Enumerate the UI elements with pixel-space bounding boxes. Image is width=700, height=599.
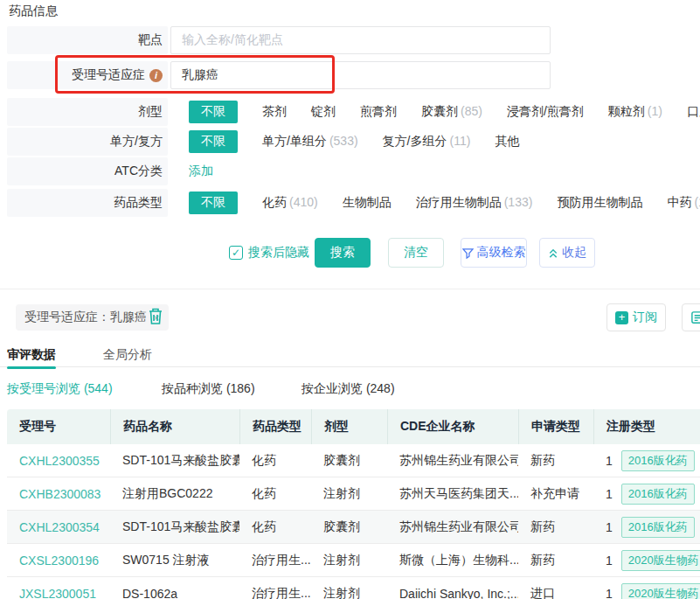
registration-class: 1 — [606, 587, 613, 599]
filter-option-selected[interactable]: 不限 — [189, 101, 238, 123]
indication-field-row: 受理号适应症 i 乳腺癌 — [7, 61, 551, 89]
actions-row: ✓ 搜索后隐藏 搜索 清空 高级检索 收起 — [0, 238, 700, 269]
trash-icon[interactable] — [147, 307, 164, 326]
filter-option[interactable]: 其他 — [495, 134, 519, 150]
subtab-2[interactable]: 按品种浏览 (186) — [162, 381, 255, 397]
acceptance-no-link[interactable]: JXSL2300051 — [19, 587, 96, 599]
filter-option-selected[interactable]: 不限 — [189, 130, 238, 153]
application-type-cell: 进口 — [518, 577, 593, 599]
registration-class: 1 — [606, 487, 613, 501]
filter-option[interactable]: 单方/单组分(533) — [262, 134, 358, 150]
registration-class: 1 — [606, 554, 613, 568]
clear-button[interactable]: 清空 — [388, 238, 444, 268]
application-type-cell: 补充申请 — [518, 477, 593, 510]
table-row[interactable]: CXHB2300083注射用BGC0222化药注射剂苏州天马医药集团天...补充… — [7, 477, 700, 511]
filter-option-label: 化药 — [262, 195, 287, 209]
subtab-3[interactable]: 按企业浏览 (248) — [301, 381, 395, 397]
filter-option-label: 不限 — [201, 195, 225, 209]
registration-cell: 12016版化药 — [593, 477, 700, 510]
active-filter-tag: 受理号适应症：乳腺癌 × — [16, 304, 169, 331]
tab-2[interactable]: 全局分析 — [103, 347, 152, 363]
filter-option-label: 口服液体剂 — [687, 104, 700, 118]
filter-option[interactable]: 预防用生物制品 — [557, 195, 642, 211]
filter-option-selected[interactable]: 不限 — [189, 192, 238, 214]
filter-option-count: (133) — [504, 195, 533, 209]
filter-label: 药品类型 — [7, 189, 168, 217]
table-row[interactable]: CXSL2300196SW0715 注射液治疗用生...注射剂斯微（上海）生物科… — [7, 544, 700, 577]
filter-option[interactable]: 化药(410) — [262, 195, 318, 211]
registration-class: 1 — [606, 454, 613, 468]
dosage-form-cell: 注射剂 — [311, 544, 387, 576]
filter-option[interactable]: 口服液体剂 — [687, 104, 700, 120]
table-row[interactable]: CXHL2300355SDT-101马来酸盐胶囊化药胶囊剂苏州锦生药业有限公司新… — [7, 444, 700, 477]
info-icon[interactable]: i — [149, 69, 163, 82]
filter-option-label: 锭剂 — [311, 104, 336, 118]
filter-options: 不限化药(410)生物制品治疗用生物制品(133)预防用生物制品中药(1)原料药 — [189, 189, 700, 217]
tab-1[interactable]: 审评数据 — [7, 347, 56, 363]
section-divider — [0, 289, 700, 289]
company-cell: Daiichi Sankyo, Inc.;... — [387, 577, 518, 599]
registration-cell: 12016版化药 — [593, 444, 700, 477]
filter-option[interactable]: 茶剂 — [262, 104, 287, 120]
filter-option[interactable]: 中药(1) — [667, 195, 700, 211]
column-header: 药品类型 — [239, 409, 311, 444]
column-header: 剂型 — [311, 409, 387, 444]
advanced-search-label: 高级检索 — [477, 245, 526, 261]
dosage-form-cell: 胶囊剂 — [311, 444, 387, 477]
filter-option[interactable]: 胶囊剂(85) — [421, 104, 482, 120]
filter-option[interactable]: 煎膏剂 — [360, 104, 397, 120]
filter-label: 单方/复方 — [7, 128, 168, 156]
registration-standard-badge: 2016版化药 — [621, 484, 695, 505]
search-button[interactable]: 搜索 — [315, 238, 371, 268]
registration-cell: 12020版生物药 — [593, 544, 700, 576]
filter-option-label: 胶囊剂 — [421, 104, 458, 118]
acceptance-no-link[interactable]: CXHB2300083 — [19, 487, 100, 501]
plus-icon: + — [615, 311, 628, 324]
acceptance-no-link[interactable]: CXHL2300354 — [19, 520, 100, 534]
registration-standard-badge: 2020版生物药 — [621, 583, 700, 599]
drug-name-cell: DS-1062a — [110, 577, 239, 599]
filter-option[interactable]: 生物制品 — [343, 195, 392, 211]
atc-add-link[interactable]: 添加 — [189, 164, 213, 179]
dosage-form-cell: 胶囊剂 — [311, 511, 387, 543]
filter-option-label: 治疗用生物制品 — [416, 195, 502, 209]
company-cell: 苏州天马医药集团天... — [387, 477, 518, 510]
dosage-form-cell: 注射剂 — [311, 477, 387, 510]
export-button[interactable] — [682, 303, 700, 331]
filter-option[interactable]: 颗粒剂(1) — [608, 104, 662, 120]
target-input[interactable]: 输入全称/简化靶点 — [170, 26, 551, 54]
hide-after-search-checkbox[interactable]: ✓ 搜索后隐藏 — [229, 245, 309, 261]
filter-row-1: 剂型不限茶剂锭剂煎膏剂胶囊剂(85)浸膏剂/煎膏剂颗粒剂(1)口服液体剂 — [7, 98, 700, 126]
table-row[interactable]: JXSL2300051DS-1062a治疗用生...注射剂Daiichi San… — [7, 577, 700, 599]
tabs-bar: 审评数据全局分析 — [0, 345, 700, 367]
subtab-1[interactable]: 按受理号浏览 (544) — [7, 381, 113, 397]
subscribe-button[interactable]: + 订阅 — [606, 303, 666, 331]
indication-input[interactable]: 乳腺癌 — [170, 61, 551, 89]
advanced-search-button[interactable]: 高级检索 — [461, 238, 527, 268]
drug-name-cell: 注射用BGC0222 — [110, 477, 239, 510]
filter-option[interactable]: 锭剂 — [311, 104, 336, 120]
drug-name-cell: SDT-101马来酸盐胶囊 — [110, 511, 239, 543]
collapse-label: 收起 — [562, 245, 586, 261]
table-row[interactable]: CXHL2300354SDT-101马来酸盐胶囊化药胶囊剂苏州锦生药业有限公司新… — [7, 511, 700, 544]
filter-options: 不限茶剂锭剂煎膏剂胶囊剂(85)浸膏剂/煎膏剂颗粒剂(1)口服液体剂 — [189, 98, 700, 126]
filter-option-count: (11) — [449, 134, 470, 148]
collapse-button[interactable]: 收起 — [539, 238, 595, 268]
drug-name-cell: SW0715 注射液 — [110, 544, 239, 576]
drug-type-cell: 治疗用生... — [239, 544, 311, 576]
filter-row-2: 单方/复方不限单方/单组分(533)复方/多组分(11)其他 — [7, 128, 700, 156]
acceptance-no-link[interactable]: CXSL2300196 — [19, 554, 99, 568]
filter-option[interactable]: 治疗用生物制品(133) — [416, 195, 533, 211]
filter-option[interactable]: 浸膏剂/煎膏剂 — [507, 104, 584, 120]
filter-option-label: 不限 — [201, 134, 225, 148]
chevron-double-up-icon — [548, 247, 558, 259]
filter-option[interactable]: 复方/多组分(11) — [383, 134, 471, 150]
acceptance-no-link[interactable]: CXHL2300355 — [19, 454, 100, 468]
filter-option-count: (1) — [694, 195, 700, 209]
filter-option-count: (410) — [289, 195, 318, 209]
registration-cell: 12016版化药 — [593, 511, 700, 543]
drug-info-search-page: 药品信息 靶点 输入全称/简化靶点 受理号适应症 i 乳腺癌 剂型不限茶剂锭剂煎… — [0, 0, 700, 599]
indication-label-cell: 受理号适应症 i — [7, 61, 168, 89]
drug-name-cell: SDT-101马来酸盐胶囊 — [110, 444, 239, 477]
company-cell: 斯微（上海）生物科... — [387, 544, 518, 576]
